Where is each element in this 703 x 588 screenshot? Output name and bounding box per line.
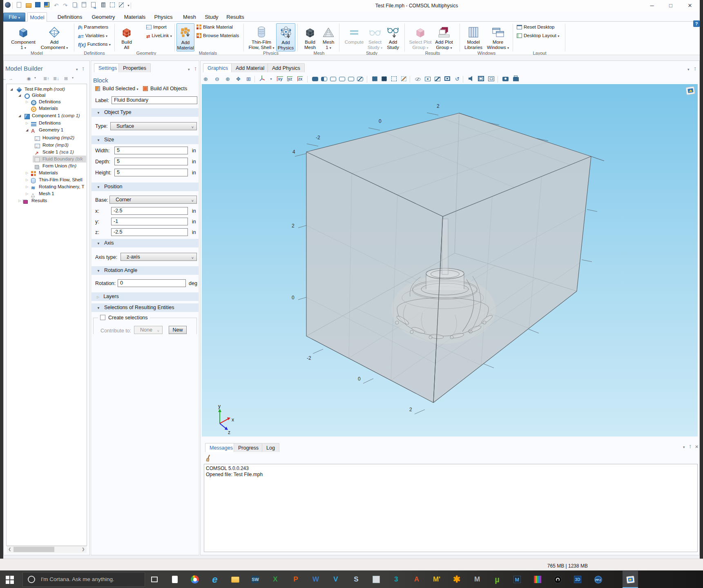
ribbon-mesh1-button[interactable]: Mesh1 ▾ xyxy=(320,23,337,51)
ribbon-blank-material-button[interactable]: Blank Material xyxy=(196,24,233,30)
reflections-icon[interactable] xyxy=(338,75,346,83)
width-input[interactable]: 5 xyxy=(114,147,188,154)
pan-icon[interactable]: ✥ xyxy=(234,75,242,83)
label-input[interactable]: Fluid Boundary xyxy=(112,96,197,104)
reset-hiding-icon[interactable]: ↺ xyxy=(453,75,461,83)
taskbar-app2-icon[interactable]: V xyxy=(329,573,342,586)
section-selections[interactable]: ▼Selections of Resulting Entities xyxy=(92,303,199,312)
ribbon-parameters-button[interactable]: PiParameters xyxy=(78,24,108,30)
ribbon-add-physics-button[interactable]: AddPhysics xyxy=(276,23,295,51)
open-file-icon[interactable] xyxy=(25,2,32,9)
ribbon-component1-button[interactable]: Component1 ▾ xyxy=(11,23,36,51)
tree-model-settings-icon[interactable]: ⊞ xyxy=(64,76,68,81)
transparency-icon[interactable] xyxy=(356,75,364,83)
contribute-dropdown[interactable]: None˅ xyxy=(134,326,163,334)
print-icon[interactable] xyxy=(512,75,520,83)
taskbar-word-icon[interactable]: W xyxy=(309,573,322,586)
section-axis[interactable]: ▼Axis xyxy=(92,239,199,247)
scrollbar-right-arrow[interactable]: ❯ xyxy=(82,547,85,551)
default-view-icon[interactable] xyxy=(258,75,266,83)
taskbar-app5-icon[interactable]: ✱ xyxy=(450,573,463,586)
tree-collapse-icon[interactable]: ≣↑ xyxy=(43,76,49,81)
taskbar-app8-icon[interactable] xyxy=(531,573,544,586)
taskbar-utorrent-icon[interactable]: µ xyxy=(491,573,504,586)
ribbon-more-windows-button[interactable]: MoreWindows ▾ xyxy=(487,23,509,51)
scene-selected-icon[interactable] xyxy=(477,75,485,83)
taskbar-app10-icon[interactable]: PPJ xyxy=(591,573,605,586)
minimize-button[interactable]: ─ xyxy=(643,0,661,11)
tab-messages[interactable]: Messages xyxy=(205,443,237,452)
duplicate-icon[interactable]: ➜ xyxy=(90,2,97,9)
section-size[interactable]: ▼Size xyxy=(92,136,199,144)
zoom-out-icon[interactable]: ⊖ xyxy=(213,75,221,83)
hide-selected-icon[interactable] xyxy=(433,75,441,83)
view-hidden-icon[interactable] xyxy=(424,75,431,83)
copy-icon[interactable] xyxy=(71,2,78,9)
create-selections-row[interactable]: Create selections xyxy=(98,315,150,321)
select-box-icon[interactable] xyxy=(109,2,116,9)
taskbar-powerpoint-icon[interactable]: P xyxy=(289,573,302,586)
tab-model[interactable]: Model xyxy=(27,12,47,22)
ribbon-browse-materials-button[interactable]: Browse Materials xyxy=(196,33,239,39)
ribbon-functions-button[interactable]: f(x)Functions ▾ xyxy=(78,41,111,47)
scene-alt-icon[interactable] xyxy=(487,75,495,83)
tab-study[interactable]: Study xyxy=(203,12,221,22)
tab-physics[interactable]: Physics xyxy=(152,12,175,22)
redo-icon[interactable]: ↷ xyxy=(62,2,69,9)
rotation-input[interactable]: 0 xyxy=(118,279,186,287)
tab-properties[interactable]: Properties xyxy=(118,63,151,72)
graphics-menu-icon[interactable]: ▾ xyxy=(687,67,690,71)
ribbon-add-plot-group-button[interactable]: Add PlotGroup ▾ xyxy=(435,23,453,51)
tab-progress[interactable]: Progress xyxy=(234,443,263,452)
ribbon-reset-desktop-button[interactable]: Reset Desktop xyxy=(517,24,554,30)
zoom-selected-icon[interactable]: ⊕ xyxy=(224,75,232,83)
tab-results[interactable]: Results xyxy=(224,12,246,22)
zoom-in-icon[interactable]: ⊕ xyxy=(202,75,210,83)
ribbon-add-study-button[interactable]: AddStudy xyxy=(385,23,401,51)
ribbon-livelink-button[interactable]: ⇄LiveLink ▾ xyxy=(146,33,172,39)
start-button[interactable] xyxy=(6,575,20,584)
save-icon[interactable] xyxy=(34,2,41,9)
taskbar-app4-icon[interactable]: M' xyxy=(430,573,443,586)
tab-add-physics[interactable]: Add Physics xyxy=(268,63,305,72)
floor-shadow-icon[interactable] xyxy=(329,75,337,83)
clear-selection-icon[interactable] xyxy=(118,2,125,9)
taskbar-edge-icon[interactable]: e xyxy=(208,573,221,586)
depth-input[interactable]: 5 xyxy=(114,158,188,165)
undo-icon[interactable]: ↶ xyxy=(53,2,60,9)
model-builder-menu-icon[interactable]: ▾ xyxy=(76,67,78,71)
tree-show-caret-icon[interactable]: ▾ xyxy=(34,76,36,80)
file-menu-button[interactable]: File ▾ xyxy=(3,13,25,22)
create-selections-checkbox[interactable] xyxy=(100,315,105,320)
taskbar-app1-icon[interactable]: SW xyxy=(249,573,262,586)
type-dropdown[interactable]: Surface˅ xyxy=(110,122,197,130)
scene-light-icon[interactable] xyxy=(311,75,319,83)
new-file-icon[interactable] xyxy=(16,2,22,9)
ribbon-add-component-button[interactable]: AddComponent ▾ xyxy=(41,23,68,51)
new-selection-button[interactable]: New xyxy=(169,326,187,334)
tree-settings-caret-icon[interactable]: ▾ xyxy=(72,76,74,80)
clear-selection-graphics-icon[interactable] xyxy=(400,75,408,83)
tree-show-icon[interactable]: ◉ xyxy=(27,76,31,81)
settings-menu-icon[interactable]: ▾ xyxy=(188,67,190,71)
ribbon-build-all-button[interactable]: BuildAll xyxy=(118,23,135,51)
tab-log[interactable]: Log xyxy=(262,443,279,452)
clear-messages-icon[interactable] xyxy=(205,454,210,461)
z-input[interactable]: -2.5 xyxy=(111,228,188,236)
taskbar-explorer-icon[interactable] xyxy=(229,573,242,586)
view-yz-icon[interactable]: yz xyxy=(286,75,294,83)
save-as-icon[interactable] xyxy=(43,2,50,9)
messages-pin-icon[interactable]: ⊺ xyxy=(689,444,692,450)
section-position[interactable]: ▼Position xyxy=(92,183,199,191)
taskbar-app7-icon[interactable]: M xyxy=(511,573,524,586)
delete-icon[interactable] xyxy=(100,2,107,9)
ribbon-add-material-button[interactable]: AddMaterial xyxy=(176,23,194,51)
ribbon-desktop-layout-button[interactable]: Desktop Layout ▾ xyxy=(517,33,559,39)
maximize-button[interactable]: □ xyxy=(661,0,680,11)
scrollbar-thumb[interactable] xyxy=(13,547,54,552)
zoom-extents-icon[interactable]: ⊞ xyxy=(245,75,252,83)
taskbar-excel-icon[interactable]: X xyxy=(269,573,282,586)
show-hidden-icon[interactable] xyxy=(443,75,451,83)
settings-pin-icon[interactable]: ⊺ xyxy=(194,67,197,72)
tree-expand-icon[interactable]: ≣↓ xyxy=(53,76,59,81)
